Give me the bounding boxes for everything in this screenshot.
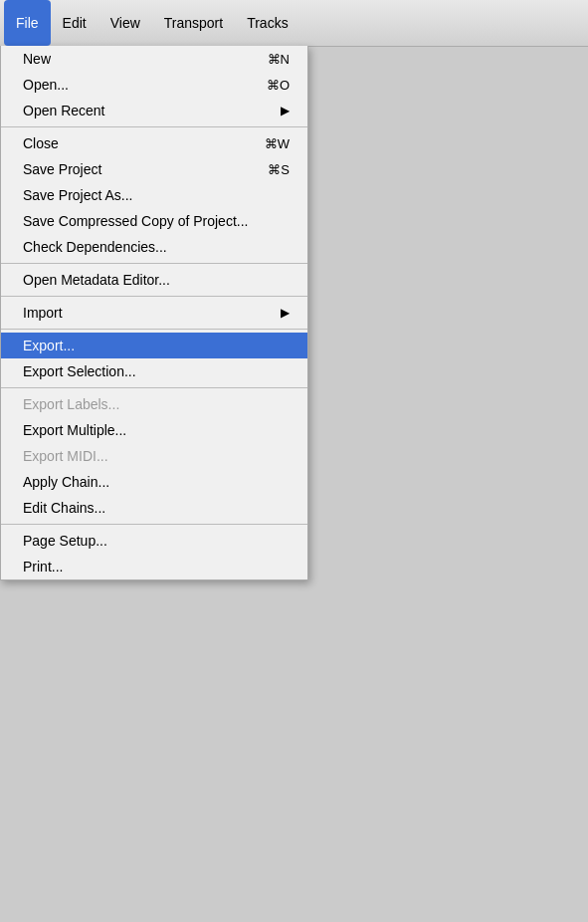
menubar-item-tracks[interactable]: Tracks <box>235 0 299 46</box>
menu-item-edit-chains---[interactable]: Edit Chains... <box>1 495 307 521</box>
menu-item-label: Save Project As... <box>23 187 290 203</box>
menubar-item-file[interactable]: File <box>4 0 51 46</box>
menu-item-label: Apply Chain... <box>23 474 290 490</box>
menu-item-shortcut: ⌘O <box>267 78 290 93</box>
menu-item-label: Import <box>23 305 271 321</box>
menu-item-save-project[interactable]: Save Project⌘S <box>1 156 307 182</box>
submenu-arrow-icon: ▶ <box>281 306 290 320</box>
menu-item-label: Export... <box>23 338 290 353</box>
menu-item-label: Save Project <box>23 161 248 177</box>
menu-item-apply-chain---[interactable]: Apply Chain... <box>1 469 307 495</box>
menu-item-export-labels---: Export Labels... <box>1 391 307 417</box>
menu-separator <box>1 126 307 127</box>
menu-item-close[interactable]: Close⌘W <box>1 130 307 156</box>
menu-item-print---[interactable]: Print... <box>1 554 307 579</box>
menu-item-export-selection---[interactable]: Export Selection... <box>1 358 307 384</box>
file-menu-dropdown: New⌘NOpen...⌘OOpen Recent▶Close⌘WSave Pr… <box>0 46 308 580</box>
menu-separator <box>1 296 307 297</box>
menu-item-label: Print... <box>23 559 290 575</box>
menu-separator <box>1 263 307 264</box>
menu-item-label: Check Dependencies... <box>23 239 290 255</box>
menu-item-label: Save Compressed Copy of Project... <box>23 213 290 229</box>
menu-item-label: Open... <box>23 77 247 93</box>
menu-item-label: Edit Chains... <box>23 500 290 516</box>
menu-item-label: Export Selection... <box>23 363 290 379</box>
menu-separator <box>1 387 307 388</box>
menu-item-label: Open Metadata Editor... <box>23 272 290 288</box>
menu-item-shortcut: ⌘W <box>265 136 290 151</box>
menu-item-page-setup---[interactable]: Page Setup... <box>1 528 307 554</box>
menu-item-new[interactable]: New⌘N <box>1 46 307 72</box>
menubar-item-edit[interactable]: Edit <box>51 0 98 46</box>
menu-item-label: Export MIDI... <box>23 448 290 464</box>
menubar-item-view[interactable]: View <box>98 0 152 46</box>
menu-item-label: New <box>23 51 248 67</box>
menu-separator <box>1 329 307 330</box>
menu-item-check-dependencies---[interactable]: Check Dependencies... <box>1 234 307 260</box>
submenu-arrow-icon: ▶ <box>281 104 290 117</box>
menu-item-save-project-as---[interactable]: Save Project As... <box>1 182 307 208</box>
menu-item-label: Export Multiple... <box>23 422 290 438</box>
menu-item-export-midi---: Export MIDI... <box>1 443 307 469</box>
menu-item-label: Page Setup... <box>23 533 290 549</box>
menu-item-open---[interactable]: Open...⌘O <box>1 72 307 98</box>
menubar: FileEditViewTransportTracks <box>0 0 588 47</box>
menu-item-import[interactable]: Import▶ <box>1 300 307 326</box>
menubar-item-transport[interactable]: Transport <box>152 0 235 46</box>
menu-item-label: Export Labels... <box>23 396 290 412</box>
menu-separator <box>1 524 307 525</box>
menu-item-save-compressed-copy-of-project---[interactable]: Save Compressed Copy of Project... <box>1 208 307 234</box>
menu-item-label: Open Recent <box>23 103 271 118</box>
menu-item-export---[interactable]: Export... <box>1 333 307 358</box>
menu-item-open-recent[interactable]: Open Recent▶ <box>1 98 307 123</box>
menu-item-shortcut: ⌘N <box>268 52 290 67</box>
menu-item-open-metadata-editor---[interactable]: Open Metadata Editor... <box>1 267 307 293</box>
menu-item-label: Close <box>23 135 245 151</box>
menu-item-export-multiple---[interactable]: Export Multiple... <box>1 417 307 443</box>
menu-item-shortcut: ⌘S <box>268 162 290 177</box>
